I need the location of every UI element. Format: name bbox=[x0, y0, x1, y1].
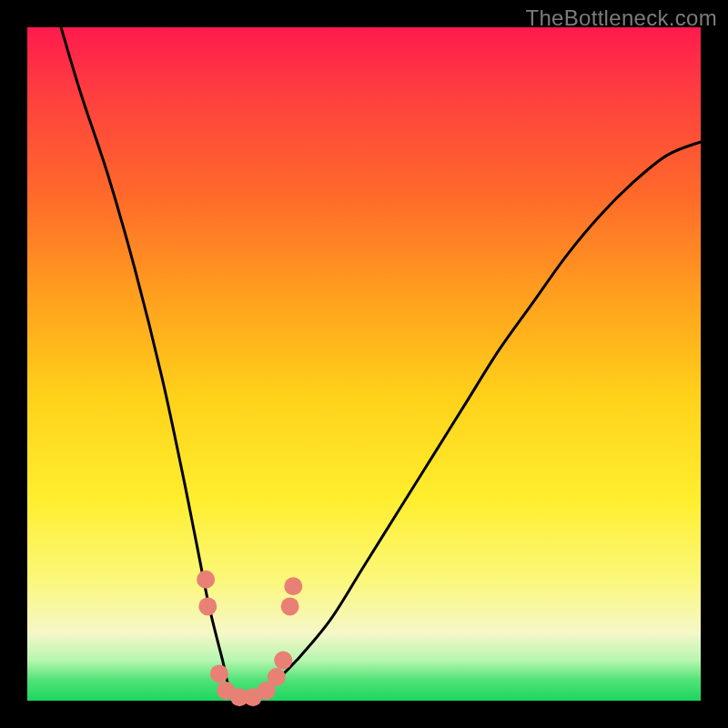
watermark-text: TheBottleneck.com bbox=[525, 5, 717, 31]
plot-area bbox=[27, 27, 701, 701]
marker-group bbox=[197, 571, 302, 707]
chart-frame: TheBottleneck.com bbox=[0, 0, 728, 728]
curve-marker bbox=[268, 668, 286, 686]
curve-marker bbox=[197, 571, 215, 589]
curve-marker bbox=[210, 664, 228, 682]
curve-marker bbox=[274, 652, 292, 670]
curve-marker bbox=[198, 597, 217, 615]
curve-marker bbox=[281, 597, 299, 615]
curve-svg bbox=[27, 27, 701, 701]
bottleneck-curve bbox=[61, 27, 701, 703]
curve-marker bbox=[284, 577, 302, 595]
